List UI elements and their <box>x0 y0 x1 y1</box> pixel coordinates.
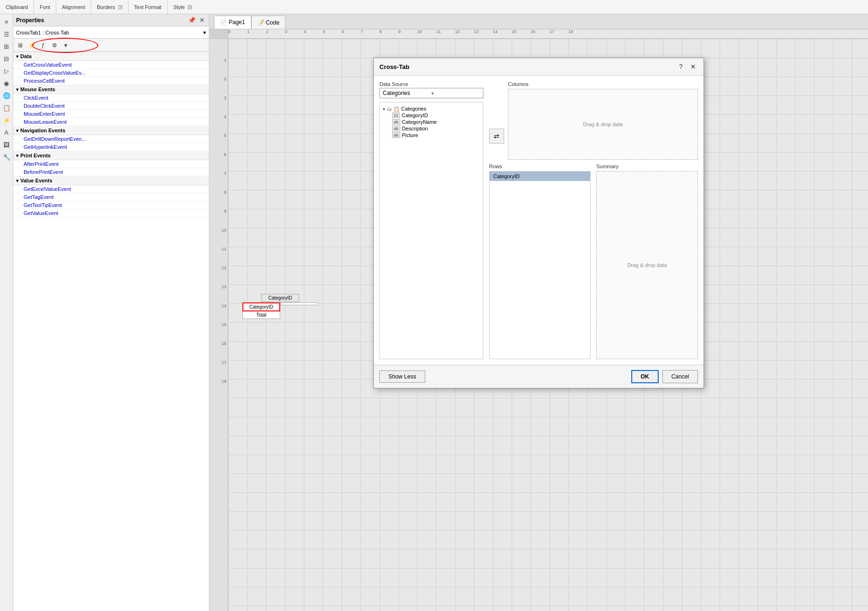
prop-item-gettooltip[interactable]: GetToolTipEvent <box>13 201 209 209</box>
main-layout: ≡ ☰ ⊞ ⊟ ▷ ◉ 🌐 📋 ⚡ A 🖼 🔧 Properties 📌 ✕ C… <box>0 14 868 611</box>
columns-placeholder: Drag & drop data <box>583 121 623 127</box>
prop-tool-chevron[interactable]: ▾ <box>60 40 71 51</box>
prop-tool-func[interactable]: ƒ <box>38 40 48 51</box>
mouse-section-label: Mouse Events <box>20 86 55 92</box>
properties-header: Properties 📌 ✕ <box>13 14 209 26</box>
dialog-close-icon[interactable]: ✕ <box>688 62 698 71</box>
dialog-header-icons: ? ✕ <box>676 62 698 71</box>
prop-item-gettag[interactable]: GetTagEvent <box>13 193 209 201</box>
prop-item-getdisplaycross[interactable]: GetDisplayCrossValueEv... <box>13 69 209 77</box>
prop-section-mouse[interactable]: ▾ Mouse Events <box>13 85 209 94</box>
crosstab-dropdown-arrow[interactable]: ▾ <box>203 29 206 36</box>
sidebar-icon-9[interactable]: ⚡ <box>1 114 12 126</box>
prop-item-processcell[interactable]: ProcessCellEvent <box>13 77 209 85</box>
design-canvas[interactable]: 1 2 3 4 5 6 7 8 9 10 11 12 13 14 15 16 1… <box>209 39 868 611</box>
dialog-header: Cross-Tab ? ✕ <box>374 58 704 76</box>
sidebar-icon-12[interactable]: 🔧 <box>1 151 12 163</box>
prop-section-value[interactable]: ▾ Value Events <box>13 176 209 185</box>
prop-item-click[interactable]: ClickEvent <box>13 94 209 102</box>
prop-item-doubleclick[interactable]: DoubleClickEvent <box>13 102 209 110</box>
prop-item-afterprint[interactable]: AfterPrintEvent <box>13 160 209 168</box>
page1-tab-label: Page1 <box>229 19 245 26</box>
prop-item-beforeprint[interactable]: BeforePrintEvent <box>13 168 209 176</box>
field-icon-categoryname: ab <box>392 119 400 125</box>
datasource-arrow-icon: ▾ <box>431 91 480 96</box>
prop-item-hyperlink[interactable]: GetHyperlinkEvent <box>13 143 209 151</box>
toolbar-borders: Borders ◳ <box>91 0 129 14</box>
pin-icon[interactable]: 📌 <box>188 16 196 25</box>
code-tab-icon: 📝 <box>258 19 264 26</box>
code-tab-label: Code <box>266 19 280 26</box>
sidebar-icon-6[interactable]: ◉ <box>1 77 12 89</box>
dialog-right-panel: ⇄ Columns Drag & drop data <box>489 81 698 359</box>
rows-list: CategoryID <box>489 171 591 359</box>
sidebar-icon-2[interactable]: ☰ <box>1 28 12 40</box>
crosstab-selector-text: CrossTab1 : Cross-Tab <box>16 30 69 35</box>
crosstab-dialog: Cross-Tab ? ✕ Data Source Categ <box>373 58 704 388</box>
toolbar-font: Font <box>34 0 56 14</box>
summary-label: Summary <box>596 164 698 169</box>
tree-label-categoryid: CategoryID <box>402 112 428 118</box>
transfer-icon: ⇄ <box>494 132 499 140</box>
tab-page1[interactable]: 📄 Page1 <box>214 16 251 29</box>
prop-item-drilldown[interactable]: GetDrillDownReportEven... <box>13 135 209 143</box>
prop-tool-lightning[interactable]: ⚡ <box>26 40 37 51</box>
print-section-arrow: ▾ <box>16 153 18 158</box>
datasource-section: Data Source Categories ▾ <box>379 81 483 98</box>
dialog-help-icon[interactable]: ? <box>676 62 686 71</box>
properties-title: Properties <box>16 17 44 24</box>
ok-button[interactable]: OK <box>631 370 659 383</box>
sidebar-icon-3[interactable]: ⊞ <box>1 41 12 52</box>
sidebar-icon-11[interactable]: 🖼 <box>1 139 12 150</box>
prop-item-mouseleave[interactable]: MouseLeaveEvent <box>13 118 209 126</box>
rows-list-item-categoryid[interactable]: CategoryID <box>490 172 590 181</box>
crosstab-selector[interactable]: CrossTab1 : Cross-Tab ▾ <box>13 26 209 39</box>
diagram-row-cell[interactable]: CategoryID <box>242 302 280 311</box>
sidebar-icon-5[interactable]: ▷ <box>1 65 12 77</box>
transfer-button[interactable]: ⇄ <box>489 129 504 144</box>
borders-icon: ◳ <box>118 4 122 9</box>
summary-panel: Summary Drag & drop data <box>596 164 698 359</box>
sidebar-icon-10[interactable]: A <box>1 127 12 138</box>
show-less-button[interactable]: Show Less <box>379 370 425 383</box>
datasource-dropdown[interactable]: Categories ▾ <box>379 88 483 98</box>
summary-placeholder: Drag & drop data <box>627 262 667 268</box>
properties-panel: Properties 📌 ✕ CrossTab1 : Cross-Tab ▾ ⊞… <box>13 14 209 611</box>
sidebar-icon-1[interactable]: ≡ <box>1 16 12 27</box>
tree-field-description[interactable]: ab Description <box>392 125 480 132</box>
prop-section-nav[interactable]: ▾ Navigation Events <box>13 126 209 135</box>
toolbar-alignment: Alignment <box>56 0 91 14</box>
prop-toolbar: ⊞ ⚡ ƒ ⚙ ▾ <box>13 39 209 52</box>
tree-field-picture[interactable]: ab Picture <box>392 132 480 138</box>
bottom-panels-row: Rows CategoryID Summary Drag & dro <box>489 164 698 359</box>
properties-tree: ▾ Data GetCrossValueEvent GetDisplayCros… <box>13 52 209 611</box>
tree-collapse-icon[interactable]: ▾ <box>383 106 385 112</box>
close-icon[interactable]: ✕ <box>198 16 206 25</box>
prop-section-data[interactable]: ▾ Data <box>13 52 209 61</box>
prop-tool-gear[interactable]: ⚙ <box>49 40 60 51</box>
tree-table-icon: 🗂 <box>387 106 392 112</box>
summary-drop-area[interactable]: Drag & drop data <box>596 171 698 359</box>
prop-item-excelvalue[interactable]: GetExcelValueEvent <box>13 185 209 193</box>
data-tree: ▾ 🗂 📋 Categories 12 CategoryID <box>379 102 483 359</box>
columns-drop-area[interactable]: Drag & drop data <box>508 89 698 160</box>
dialog-footer: Show Less OK Cancel <box>374 365 704 388</box>
prop-tool-cursor[interactable]: ⊞ <box>15 40 26 51</box>
tree-field-categoryid[interactable]: 12 CategoryID <box>392 112 480 119</box>
prop-item-getcrossvalue[interactable]: GetCrossValueEvent <box>13 61 209 69</box>
tree-field-categoryname[interactable]: ab CategoryName <box>392 119 480 125</box>
rows-label: Rows <box>489 164 591 169</box>
tree-root-label: Categories <box>401 106 426 112</box>
style-label: Style <box>173 4 185 10</box>
alignment-label: Alignment <box>62 4 85 10</box>
tab-code[interactable]: 📝 Code <box>251 16 286 29</box>
cancel-button[interactable]: Cancel <box>662 370 698 383</box>
dialog-title: Cross-Tab <box>379 63 409 70</box>
sidebar-icon-7[interactable]: 🌐 <box>1 90 12 101</box>
sidebar-icon-8[interactable]: 📋 <box>1 102 12 113</box>
sidebar-icon-4[interactable]: ⊟ <box>1 53 12 64</box>
datasource-value: Categories <box>383 90 431 96</box>
prop-item-getvalue[interactable]: GetValueEvent <box>13 209 209 217</box>
prop-item-mouseenter[interactable]: MouseEnterEvent <box>13 110 209 118</box>
prop-section-print[interactable]: ▾ Print Events <box>13 151 209 160</box>
